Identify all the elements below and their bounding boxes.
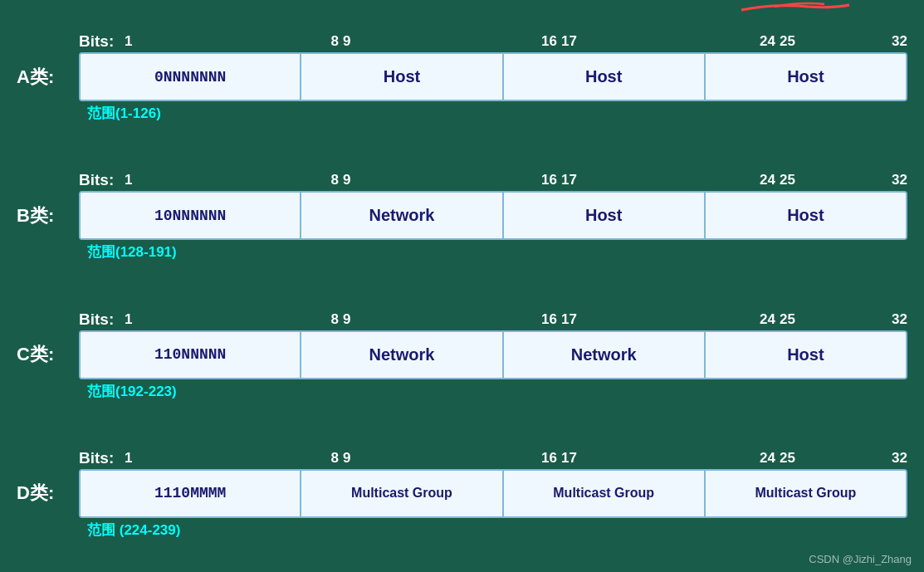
class-d-bits-label: Bits: (79, 449, 125, 467)
watermark-text: CSDN @Jizhi_Zhang (809, 553, 912, 565)
class-c-bit-16: 16 (450, 311, 557, 328)
class-b-bit-17: 17 (557, 172, 668, 188)
class-d-cell-2: Multicast Group (504, 471, 706, 516)
class-a-bit-17: 17 (557, 33, 668, 50)
class-a-cell-2: Host (504, 54, 706, 100)
class-c-data: C类: 110NNNNN Network Network Host (17, 330, 907, 379)
class-d-bit-16: 16 (450, 450, 557, 467)
class-d-bit-17: 17 (557, 450, 668, 467)
class-b-bit-32: 32 (887, 172, 907, 188)
class-a-bits-label: Bits: (79, 32, 125, 51)
class-c-bit-24: 24 (668, 311, 775, 328)
class-c-bit-32: 32 (887, 311, 907, 328)
class-d-bit-9: 9 (339, 450, 450, 467)
class-a-bit-1: 1 (125, 33, 232, 50)
class-b-data: B类: 10NNNNNN Network Host Host (17, 191, 907, 240)
class-c-bits-label: Bits: (79, 310, 125, 329)
class-c-bit-9: 9 (339, 311, 450, 328)
class-a-table: 0NNNNNNN Host Host Host (79, 52, 907, 101)
class-d-bit-32: 32 (887, 450, 907, 467)
class-a-bit-8: 8 (232, 33, 339, 50)
class-d-octet: 1110MMMM (81, 471, 301, 516)
class-a-bit-9: 9 (339, 33, 450, 50)
class-a-range: 范围(1-126) (17, 104, 907, 123)
class-a-row: Bits: 1 8 9 16 17 24 25 32 A类: 0NNNNNNN … (17, 32, 907, 123)
class-a-data: A类: 0NNNNNNN Host Host Host (17, 52, 907, 101)
class-c-bit-8: 8 (232, 311, 339, 328)
class-b-bit-1: 1 (125, 172, 232, 188)
class-d-bit-1: 1 (125, 450, 232, 467)
class-b-table: 10NNNNNN Network Host Host (79, 191, 907, 240)
class-b-bits: Bits: 1 8 9 16 17 24 25 32 (79, 171, 907, 189)
class-c-bit-1: 1 (125, 311, 232, 328)
class-b-bit-9: 9 (339, 172, 450, 188)
class-c-bit-25: 25 (775, 311, 887, 328)
class-d-row: Bits: 1 8 9 16 17 24 25 32 D类: 1110MMMM … (17, 449, 907, 540)
class-d-cell-1: Multicast Group (301, 471, 503, 516)
class-b-range: 范围(128-191) (17, 242, 907, 262)
class-a-label: A类: (17, 65, 79, 90)
class-c-cell-3: Host (706, 332, 906, 378)
class-b-cell-1: Network (301, 193, 503, 238)
class-b-cell-2: Host (504, 193, 706, 238)
class-d-bits: Bits: 1 8 9 16 17 24 25 32 (79, 449, 907, 467)
class-b-bit-8: 8 (232, 172, 339, 188)
class-c-octet: 110NNNNN (81, 332, 301, 378)
class-d-bit-25: 25 (775, 450, 887, 467)
class-c-table: 110NNNNN Network Network Host (79, 330, 907, 379)
class-b-label: B类: (17, 203, 79, 228)
class-a-octet: 0NNNNNNN (81, 54, 301, 100)
class-d-label: D类: (17, 481, 79, 506)
class-d-bit-8: 8 (232, 450, 339, 467)
class-b-cell-3: Host (706, 193, 906, 238)
class-c-row: Bits: 1 8 9 16 17 24 25 32 C类: 110NNNNN … (17, 310, 907, 401)
class-a-bit-32: 32 (887, 33, 907, 50)
class-c-cell-2: Network (504, 332, 706, 378)
class-d-data: D类: 1110MMMM Multicast Group Multicast G… (17, 469, 907, 518)
class-b-octet: 10NNNNNN (81, 193, 301, 238)
class-c-bit-17: 17 (557, 311, 668, 328)
class-d-cell-3: Multicast Group (706, 471, 906, 516)
class-a-bits: Bits: 1 8 9 16 17 24 25 32 (79, 32, 907, 51)
class-c-range: 范围(192-223) (17, 382, 907, 401)
class-b-bit-16: 16 (450, 172, 557, 188)
class-a-bit-16: 16 (450, 33, 557, 50)
class-c-bits: Bits: 1 8 9 16 17 24 25 32 (79, 310, 907, 329)
class-c-label: C类: (17, 342, 79, 367)
class-c-cell-1: Network (301, 332, 503, 378)
class-d-range: 范围 (224-239) (17, 521, 907, 540)
class-b-bits-label: Bits: (79, 171, 125, 189)
class-d-table: 1110MMMM Multicast Group Multicast Group… (79, 469, 907, 518)
class-a-bit-24: 24 (668, 33, 775, 50)
class-a-bit-25: 25 (775, 33, 887, 50)
class-d-bit-24: 24 (668, 450, 775, 467)
class-b-row: Bits: 1 8 9 16 17 24 25 32 B类: 10NNNNNN … (17, 171, 907, 262)
class-a-cell-1: Host (301, 54, 503, 100)
class-b-bit-24: 24 (668, 172, 775, 188)
main-container: Bits: 1 8 9 16 17 24 25 32 A类: 0NNNNNNN … (0, 0, 924, 572)
class-b-bit-25: 25 (775, 172, 887, 188)
class-a-cell-3: Host (706, 54, 906, 100)
